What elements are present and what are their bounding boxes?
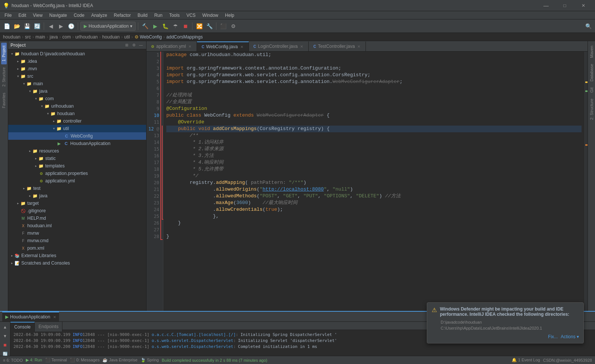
panel-minimize-button[interactable]: — — [138, 42, 144, 48]
maximize-button[interactable]: □ — [556, 1, 573, 10]
tree-item-static[interactable]: ▸ 📁 static — [8, 155, 146, 162]
run-tab-close[interactable]: ✕ — [53, 315, 56, 319]
menu-code[interactable]: Code — [71, 12, 87, 19]
log-scroll-down-button[interactable]: ▼ — [1, 332, 9, 340]
menu-run[interactable]: Run — [151, 12, 166, 19]
right-tab-git[interactable]: Git — [588, 84, 595, 96]
sidebar-item-favorites[interactable]: Favorites — [1, 90, 7, 111]
back-button[interactable]: ◀ — [46, 22, 55, 31]
menu-build[interactable]: Build — [135, 12, 151, 19]
tree-item-iml[interactable]: ▸ X houduan.iml — [8, 222, 146, 229]
forward-button[interactable]: ▶ — [56, 22, 65, 31]
run-button[interactable]: ▶ — [151, 22, 160, 31]
right-tab-structure[interactable]: 2: Structure — [588, 96, 595, 123]
tree-item-urlhouduan[interactable]: ▾ 📁 urlhouduan — [8, 102, 146, 110]
breadcrumb-houduan2[interactable]: houduan — [102, 34, 120, 40]
tree-item-test[interactable]: ▸ 📁 test — [8, 185, 146, 192]
breadcrumb-method[interactable]: addCorsMappings — [166, 34, 203, 40]
menu-view[interactable]: View — [30, 12, 46, 19]
status-java-enterprise[interactable]: ☕ Java Enterprise — [102, 358, 137, 363]
tab-webconfig[interactable]: C WebConfig.java ✕ — [197, 41, 249, 51]
close-button[interactable]: ✕ — [575, 1, 592, 10]
breadcrumb-webconfig[interactable]: ⚙ WebConfig — [135, 34, 162, 40]
save-button[interactable]: 💾 — [22, 22, 31, 31]
breadcrumb-com[interactable]: com — [62, 34, 71, 40]
menu-navigate[interactable]: Navigate — [46, 12, 70, 19]
app-selector[interactable]: ▶ HouduanApplication ▾ — [80, 22, 136, 31]
tree-item-mvnw-cmd[interactable]: ▸ F mvnw.cmd — [8, 237, 146, 244]
tree-item-src[interactable]: ▾ 📁 src — [8, 73, 146, 80]
tree-item-java[interactable]: ▾ 📁 java — [8, 87, 146, 95]
settings-button[interactable]: ⚙ — [229, 22, 238, 31]
run-coverage-button[interactable]: ☂ — [171, 22, 180, 31]
status-spring[interactable]: 🍃 Spring — [141, 358, 159, 363]
menu-vcs[interactable]: VCS — [184, 12, 199, 19]
git-button[interactable]: 🔀 — [195, 22, 204, 31]
status-terminal[interactable]: ⬛ Terminal — [45, 358, 67, 363]
tree-item-main[interactable]: ▾ 📁 main — [8, 80, 146, 87]
tree-item-com[interactable]: ▾ 📁 com — [8, 95, 146, 102]
tree-item-houduan-pkg[interactable]: ▾ 📁 houduan — [8, 110, 146, 117]
menu-window[interactable]: Window — [199, 12, 221, 19]
search-everywhere-button[interactable]: 🔍 — [584, 22, 593, 31]
tree-item-controller[interactable]: ▸ 📁 controller — [8, 117, 146, 125]
tree-item-appyml[interactable]: ▸ ⚙ application.yml — [8, 177, 146, 185]
status-event-log[interactable]: 🔔 1 Event Log — [512, 358, 540, 363]
breadcrumb-java[interactable]: java — [50, 34, 58, 40]
tab-close-webconfig[interactable]: ✕ — [240, 44, 244, 49]
log-scroll-up-button[interactable]: ▲ — [1, 323, 9, 331]
new-file-button[interactable]: 📄 — [2, 22, 11, 31]
editor-scrollbar[interactable] — [585, 52, 588, 311]
terminal-toolbar-btn[interactable]: ⬛ — [219, 22, 228, 31]
status-todo[interactable]: ≡ 6: TODO — [3, 358, 23, 363]
tab-close-appyml[interactable]: ✕ — [188, 44, 192, 49]
tree-item-webconfig[interactable]: ▸ C WebConfig — [8, 132, 146, 140]
sdk-button[interactable]: 🔧 — [205, 22, 214, 31]
tree-item-gitignore[interactable]: ▸ 🚫 .gitignore — [8, 207, 146, 215]
menu-refactor[interactable]: Refactor — [111, 12, 134, 19]
tree-item-test-java[interactable]: ▸ 📁 java — [8, 192, 146, 200]
menu-analyze[interactable]: Analyze — [88, 12, 110, 19]
menu-help[interactable]: Help — [222, 12, 237, 19]
notif-fix-link[interactable]: Fix... — [548, 334, 558, 339]
tree-item-util[interactable]: ▾ 📁 util — [8, 125, 146, 132]
panel-settings-button[interactable]: ⚙ — [131, 42, 137, 48]
stop-run-button[interactable]: ⏹ — [1, 341, 9, 349]
tree-item-target[interactable]: ▸ 📁 target — [8, 200, 146, 207]
tab-appyml[interactable]: ⚙ application.yml ✕ — [147, 41, 197, 51]
panel-expand-button[interactable]: ⊞ — [124, 42, 130, 48]
menu-file[interactable]: File — [1, 12, 15, 19]
build-button[interactable]: 🔨 — [141, 22, 149, 31]
menu-tools[interactable]: Tools — [166, 12, 183, 19]
sync-button[interactable]: 🔄 — [33, 22, 41, 31]
tree-item-houduan[interactable]: ▾ 📁 houduan D:\javadcode\houduan — [8, 50, 146, 58]
sidebar-item-structure[interactable]: 2: Structure — [1, 64, 7, 90]
debug-button[interactable]: 🐛 — [161, 22, 170, 31]
tree-item-help[interactable]: ▸ M HELP.md — [8, 215, 146, 222]
minimize-button[interactable]: — — [537, 1, 555, 10]
tree-item-resources[interactable]: ▸ 📁 resources — [8, 147, 146, 155]
breadcrumb-main[interactable]: main — [36, 34, 45, 40]
status-run[interactable]: ▶ 4: Run — [26, 358, 42, 363]
status-messages[interactable]: ⬛ 0: Messages — [70, 358, 99, 363]
recent-files-button[interactable]: 🕒 — [67, 22, 75, 31]
tree-item-appprops[interactable]: ▸ ⚙ application.properties — [8, 170, 146, 177]
tree-item-houduan-app[interactable]: ▸ ▶ C HouduanApplication — [8, 140, 146, 147]
run-tab-houduan[interactable]: ▶ HouduanApplication ✕ — [2, 312, 59, 321]
breadcrumb-util[interactable]: util — [124, 34, 130, 40]
tree-item-scratches[interactable]: ▸ 📝 Scratches and Consoles — [8, 259, 146, 267]
right-tab-maven[interactable]: Maven — [588, 43, 595, 61]
tab-close-logincontroller[interactable]: ✕ — [299, 44, 304, 49]
code-content[interactable]: package com.urlhouduan.houduan.util; imp… — [163, 52, 585, 311]
tab-testcontroller[interactable]: C TestController.java ✕ — [309, 41, 366, 51]
tree-item-pom[interactable]: ▸ X pom.xml — [8, 244, 146, 252]
tree-item-extlibs[interactable]: ▸ 📚 External Libraries — [8, 252, 146, 259]
tab-close-testcontroller[interactable]: ✕ — [357, 44, 361, 49]
menu-edit[interactable]: Edit — [15, 12, 29, 19]
tab-logincontroller[interactable]: C LoginController.java ✕ — [249, 41, 309, 51]
tree-item-templates[interactable]: ▸ 📁 templates — [8, 162, 146, 170]
tree-item-idea[interactable]: ▸ 📁 .idea — [8, 58, 146, 65]
stop-button[interactable]: ⏹ — [181, 22, 190, 31]
tree-item-mvn[interactable]: ▸ 📁 .mvn — [8, 65, 146, 73]
breadcrumb-src[interactable]: src — [25, 34, 31, 40]
